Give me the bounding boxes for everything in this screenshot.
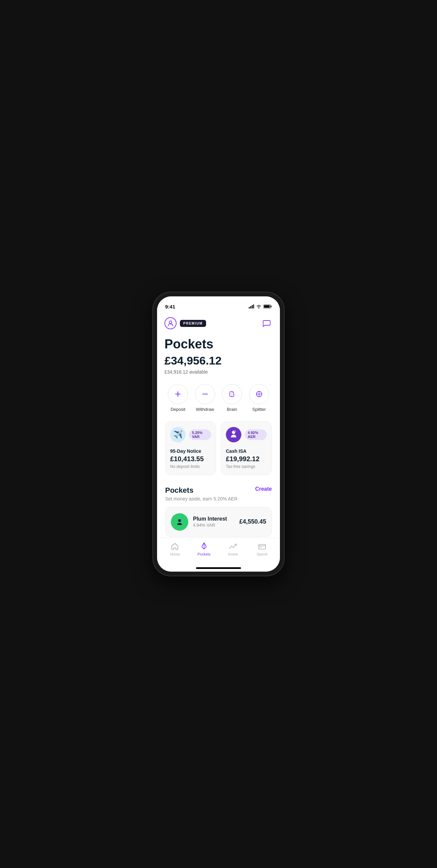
svg-point-16 — [234, 430, 236, 432]
isa-card-balance: £19,992.12 — [226, 455, 267, 463]
bottom-nav: Home Pockets Invest — [157, 538, 280, 565]
isa-card-name: Cash ISA — [226, 448, 267, 454]
battery-icon — [263, 304, 272, 308]
brain-circle — [222, 384, 242, 404]
svg-rect-6 — [264, 305, 270, 308]
notice-card-icon: ✈️ — [170, 427, 186, 442]
phone-inner: 9:41 — [157, 297, 280, 571]
header-left: PREMIUM — [164, 317, 206, 329]
nav-invest[interactable]: Invest — [223, 542, 243, 556]
splitter-circle — [249, 384, 269, 404]
plum-interest-info: Plum Interest 4.94% VAR — [193, 516, 235, 528]
nav-pockets[interactable]: Pockets — [194, 542, 214, 556]
home-indicator — [196, 567, 241, 569]
notice-card-desc: No deposit limits — [170, 464, 211, 469]
deposit-action[interactable]: Deposit — [168, 384, 188, 412]
available-balance: £34,916.12 available — [164, 369, 273, 375]
svg-point-19 — [180, 519, 181, 521]
notice-card[interactable]: ✈️ 5.20% VAR 95-Day Notice £10,413.55 No… — [165, 421, 216, 475]
svg-rect-5 — [271, 306, 272, 307]
spend-nav-icon — [258, 542, 267, 551]
avatar-icon[interactable] — [164, 317, 177, 329]
pockets-nav-label: Pockets — [197, 552, 211, 556]
splitter-action[interactable]: Splitter — [249, 384, 269, 412]
pockets-subtitle: Set money aside, earn 5.20% AER — [165, 496, 272, 501]
savings-cards-row: ✈️ 5.20% VAR 95-Day Notice £10,413.55 No… — [164, 421, 273, 475]
plum-interest-balance: £4,550.45 — [239, 518, 266, 525]
signal-icon — [249, 304, 254, 308]
pockets-section: Pockets Create Set money aside, earn 5.2… — [164, 486, 273, 537]
plum-interest-icon — [171, 513, 188, 531]
wifi-icon — [256, 304, 261, 308]
create-pocket-button[interactable]: Create — [255, 486, 272, 492]
status-icons — [249, 304, 272, 308]
splitter-label: Splitter — [252, 407, 266, 412]
home-nav-icon — [170, 542, 179, 551]
svg-rect-2 — [252, 305, 253, 308]
page-title: Pockets — [164, 337, 273, 351]
nav-home[interactable]: Home — [165, 542, 185, 556]
status-bar: 9:41 — [157, 297, 280, 313]
home-nav-label: Home — [170, 552, 180, 556]
status-time: 9:41 — [165, 304, 175, 309]
svg-point-7 — [169, 321, 172, 323]
plum-interest-card[interactable]: Plum Interest 4.94% VAR £4,550.45 — [165, 507, 272, 537]
isa-card-desc: Tax-free savings — [226, 464, 267, 469]
pockets-nav-icon — [200, 542, 209, 551]
svg-rect-21 — [259, 545, 266, 549]
withdraw-label: Withdraw — [196, 407, 214, 412]
main-content: Pockets £34,956.12 £34,916.12 available … — [157, 335, 280, 537]
notice-card-name: 95-Day Notice — [170, 448, 211, 454]
svg-rect-3 — [253, 304, 254, 308]
deposit-circle — [168, 384, 188, 404]
action-row: Deposit Withdraw — [164, 384, 273, 412]
premium-badge: PREMIUM — [180, 320, 206, 327]
nav-spend[interactable]: Spend — [252, 542, 272, 556]
brain-label: Brain — [227, 407, 237, 412]
notice-card-top: ✈️ 5.20% VAR — [170, 427, 211, 442]
scroll-content: PREMIUM Pockets £34,956.12 £34,916.12 av… — [157, 313, 280, 538]
isa-card-icon — [226, 427, 241, 442]
svg-rect-1 — [250, 306, 251, 308]
notice-rate-badge: 5.20% VAR — [189, 429, 211, 440]
isa-card[interactable]: 4.92% AER Cash ISA £19,992.12 Tax-free s… — [221, 421, 272, 475]
phone-frame: 9:41 — [153, 292, 284, 576]
invest-nav-label: Invest — [228, 552, 238, 556]
total-balance: £34,956.12 — [164, 354, 273, 367]
svg-rect-0 — [249, 307, 250, 308]
withdraw-circle — [195, 384, 215, 404]
brain-action[interactable]: Brain — [222, 384, 242, 412]
withdraw-action[interactable]: Withdraw — [195, 384, 215, 412]
isa-rate-badge: 4.92% AER — [245, 429, 267, 440]
notice-card-balance: £10,413.55 — [170, 455, 211, 463]
deposit-label: Deposit — [170, 407, 185, 412]
top-header: PREMIUM — [157, 313, 280, 335]
pockets-section-title: Pockets — [165, 486, 193, 495]
pockets-header: Pockets Create — [165, 486, 272, 495]
plum-interest-rate: 4.94% VAR — [193, 523, 235, 528]
invest-nav-icon — [228, 542, 237, 551]
spend-nav-label: Spend — [257, 552, 268, 556]
chat-icon[interactable] — [260, 317, 273, 329]
plum-interest-name: Plum Interest — [193, 516, 235, 522]
isa-card-top: 4.92% AER — [226, 427, 267, 442]
